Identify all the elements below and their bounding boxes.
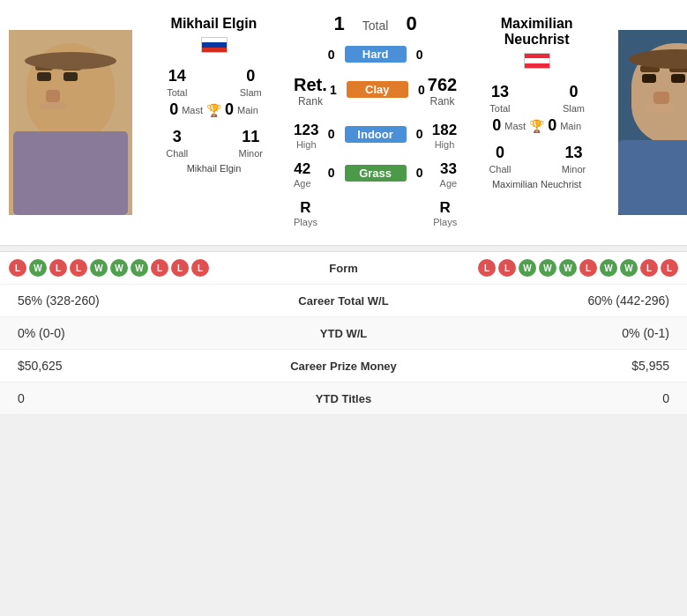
form-pill-l: L bbox=[661, 259, 678, 277]
right-player-photo bbox=[609, 9, 687, 236]
stat-left-1: 0% (0-0) bbox=[18, 326, 265, 340]
stat-label-2: Career Prize Money bbox=[265, 360, 423, 373]
grass-right-score: 0 bbox=[414, 166, 426, 180]
form-pill-l: L bbox=[498, 259, 516, 277]
stat-left-3: 0 bbox=[18, 391, 265, 405]
clay-left-score: 1 bbox=[327, 83, 340, 97]
right-slam-stat: 0 Slam bbox=[541, 83, 607, 115]
left-slam-stat: 0 Slam bbox=[219, 67, 284, 99]
hard-right-score: 0 bbox=[414, 48, 426, 62]
left-plays: R Plays bbox=[294, 199, 317, 227]
indoor-badge: Indoor bbox=[345, 126, 407, 143]
hard-left-score: 0 bbox=[325, 48, 338, 62]
stat-row-2: $50,625 Career Prize Money $5,955 bbox=[0, 350, 687, 382]
form-pill-l: L bbox=[49, 259, 67, 277]
stat-left-0: 56% (328-260) bbox=[18, 293, 265, 308]
left-player-photo bbox=[0, 9, 141, 236]
stat-label-0: Career Total W/L bbox=[265, 294, 423, 308]
age-row: 42 Age 0 Grass 0 33 Age bbox=[294, 157, 457, 192]
left-high: 123 High bbox=[294, 122, 318, 150]
right-trophy-row: 0 Mast 🏆 0 Main bbox=[492, 116, 581, 135]
clay-surface-row: 1 Clay 0 bbox=[327, 81, 428, 98]
left-chall-minor: 3 Chall 11 Minor bbox=[145, 128, 283, 160]
left-rank: Ret. Rank bbox=[294, 75, 327, 108]
stat-right-1: 0% (0-1) bbox=[423, 326, 670, 340]
high-row: 123 High 0 Indoor 0 182 High bbox=[294, 118, 457, 153]
right-card-name: Maximilian Neuchrist bbox=[492, 179, 581, 189]
right-player-avatar bbox=[618, 30, 687, 215]
left-age: 42 Age bbox=[294, 160, 311, 189]
right-trophy-icon: 🏆 bbox=[529, 119, 544, 133]
right-player-stats: 13 Total 0 Slam bbox=[467, 83, 606, 115]
form-pill-w: W bbox=[90, 259, 108, 277]
form-pill-w: W bbox=[29, 259, 47, 277]
stat-label-3: YTD Titles bbox=[265, 392, 423, 405]
form-pill-l: L bbox=[579, 259, 597, 277]
right-chall-minor: 0 Chall 13 Minor bbox=[467, 144, 606, 175]
indoor-left-score: 0 bbox=[325, 127, 338, 141]
left-player-avatar bbox=[9, 30, 132, 215]
grass-surface-row: 0 Grass 0 bbox=[311, 165, 440, 182]
left-form-pills: LWLLWWWLLL bbox=[9, 259, 291, 277]
form-pill-l: L bbox=[9, 259, 26, 277]
match-total-row: 1 Total 0 bbox=[294, 12, 457, 39]
left-player-name: Mikhail Elgin bbox=[171, 16, 258, 32]
right-rank: 762 Rank bbox=[428, 75, 457, 108]
form-pill-l: L bbox=[171, 259, 189, 277]
right-age: 33 Age bbox=[440, 160, 458, 189]
form-pill-w: W bbox=[620, 259, 638, 277]
right-high: 182 High bbox=[432, 122, 457, 150]
stat-left-2: $50,625 bbox=[18, 359, 265, 373]
surface-hard-row: 0 Hard 0 bbox=[294, 46, 457, 63]
right-plays: R Plays bbox=[433, 199, 457, 227]
right-minor-stat: 13 Minor bbox=[541, 144, 607, 175]
form-pill-l: L bbox=[478, 259, 496, 277]
right-chall-stat: 0 Chall bbox=[467, 144, 533, 175]
grass-badge: Grass bbox=[345, 165, 407, 182]
clay-right-score: 0 bbox=[415, 83, 428, 97]
right-player-flag bbox=[524, 53, 550, 69]
total-label: Total bbox=[362, 19, 389, 33]
indoor-right-score: 0 bbox=[414, 127, 426, 141]
grass-left-score: 0 bbox=[325, 166, 338, 180]
form-pill-l: L bbox=[191, 259, 209, 277]
left-trophy-icon: 🏆 bbox=[206, 103, 221, 117]
rank-row: Ret. Rank 1 Clay 0 762 Rank bbox=[294, 70, 457, 113]
right-form-pills: LLWWWLWWLL bbox=[397, 259, 679, 277]
left-player-info: Mikhail Elgin 14 Total 0 Slam 0 Mast 🏆 0… bbox=[141, 9, 287, 236]
form-pill-l: L bbox=[640, 259, 658, 277]
plays-row: R Plays R Plays bbox=[294, 196, 457, 231]
right-player-info: Maximilian Neuchrist 13 Total 0 Slam 0 M… bbox=[464, 9, 609, 236]
indoor-surface-row: 0 Indoor 0 bbox=[318, 126, 431, 143]
clay-badge: Clay bbox=[347, 81, 408, 98]
form-label: Form bbox=[291, 262, 397, 275]
stat-row-1: 0% (0-0) YTD W/L 0% (0-1) bbox=[0, 317, 687, 350]
stat-right-2: $5,955 bbox=[423, 359, 670, 373]
left-score: 1 bbox=[334, 12, 345, 35]
left-player-stats: 14 Total 0 Slam bbox=[145, 67, 283, 99]
form-pill-w: W bbox=[559, 259, 577, 277]
stat-right-0: 60% (442-296) bbox=[423, 293, 670, 308]
form-pill-w: W bbox=[519, 259, 536, 277]
left-total-stat: 14 Total bbox=[145, 67, 210, 99]
top-section: Mikhail Elgin 14 Total 0 Slam 0 Mast 🏆 0… bbox=[0, 0, 687, 246]
stat-row-3: 0 YTD Titles 0 bbox=[0, 382, 687, 415]
stat-right-3: 0 bbox=[423, 391, 670, 405]
right-score: 0 bbox=[406, 12, 416, 35]
left-card-name: Mikhail Elgin bbox=[187, 163, 242, 174]
form-row: LWLLWWWLLL Form LLWWWLWWLL bbox=[0, 252, 687, 285]
form-pill-w: W bbox=[110, 259, 128, 277]
form-pill-l: L bbox=[70, 259, 87, 277]
form-pill-w: W bbox=[131, 259, 148, 277]
hard-badge: Hard bbox=[345, 46, 407, 63]
center-panel: 1 Total 0 0 Hard 0 Ret. Rank 1 Clay 0 bbox=[287, 9, 464, 236]
right-player-name: Maximilian Neuchrist bbox=[467, 16, 606, 48]
app-container: Mikhail Elgin 14 Total 0 Slam 0 Mast 🏆 0… bbox=[0, 0, 687, 415]
form-pill-w: W bbox=[539, 259, 556, 277]
right-total-stat: 13 Total bbox=[467, 83, 533, 115]
left-trophy-row: 0 Mast 🏆 0 Main bbox=[169, 100, 258, 119]
form-pill-w: W bbox=[600, 259, 617, 277]
bottom-section: LWLLWWWLLL Form LLWWWLWWLL 56% (328-260)… bbox=[0, 251, 687, 415]
stat-label-1: YTD W/L bbox=[265, 327, 423, 340]
stat-row-0: 56% (328-260) Career Total W/L 60% (442-… bbox=[0, 285, 687, 317]
